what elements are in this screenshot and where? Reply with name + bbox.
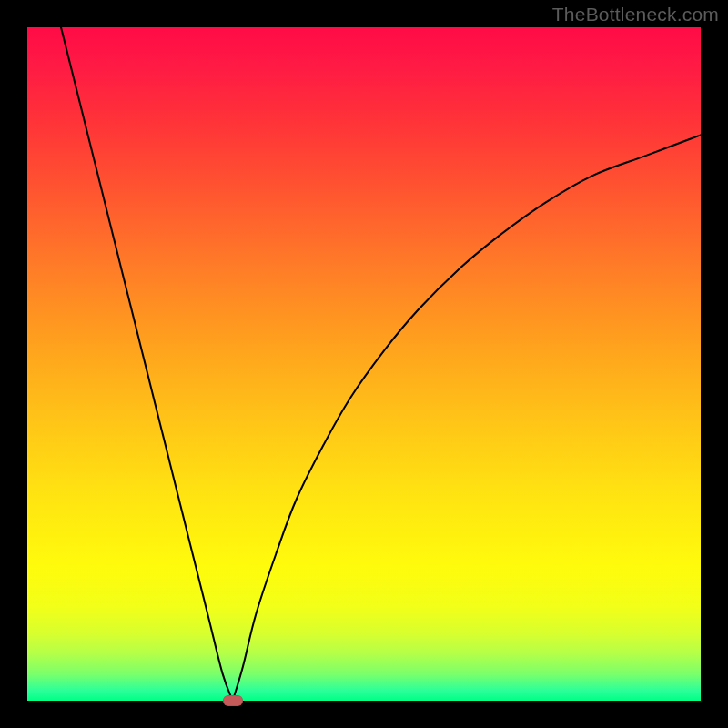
optimum-marker <box>223 695 243 706</box>
curve-path <box>61 27 701 701</box>
watermark-text: TheBottleneck.com <box>552 4 719 25</box>
plot-area <box>27 27 701 701</box>
bottleneck-curve <box>27 27 701 701</box>
chart-frame <box>27 27 701 701</box>
